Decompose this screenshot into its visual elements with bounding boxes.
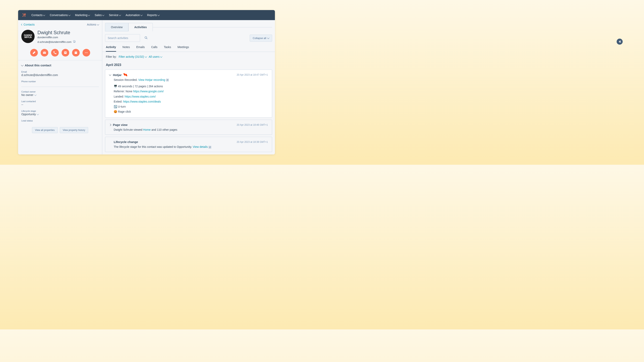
subtab-activity[interactable]: Activity (106, 45, 116, 52)
avatar: DUNDER MIFFLIN (21, 30, 34, 43)
app-body: Contacts Actions DUNDER MIFFLIN Dwight S… (18, 20, 275, 154)
referrer-link[interactable]: https://www.google.com/ (133, 90, 164, 93)
nav-contacts[interactable]: Contacts (32, 13, 45, 17)
nav-service[interactable]: Service (109, 13, 121, 17)
svg-rect-9 (43, 52, 46, 54)
card-title: Page view (113, 123, 128, 126)
month-header: April 2023 (102, 61, 275, 70)
hotjar-icon (124, 73, 127, 77)
svg-line-21 (146, 38, 147, 39)
card-details: 🖥️ 49 seconds | 72 pages | 264 actions R… (114, 84, 268, 114)
search-input[interactable] (108, 36, 143, 40)
activity-card-hotjar: Hotjar 20 Apr 2023 at 18:47 GMT+1 Sessio… (105, 70, 272, 118)
view-details-link[interactable]: View details (193, 145, 208, 148)
chevron-down-icon (160, 55, 162, 57)
card-toggle[interactable] (109, 124, 111, 126)
filter-activity-dropdown[interactable]: Filter activity (31/32) (119, 55, 147, 58)
page-home-link[interactable]: Home (143, 128, 150, 131)
card-time: 20 Apr 2023 at 18:38 GMT+1 (237, 141, 268, 143)
more-button[interactable] (82, 49, 90, 56)
svg-rect-8 (74, 40, 75, 42)
view-recording-link[interactable]: View Hotjar recording (138, 78, 165, 81)
svg-point-17 (85, 52, 86, 53)
filter-label: Filter by: (106, 55, 117, 58)
contact-info: Dwight Schrute dundermifflin.com d.schru… (38, 30, 99, 44)
collapse-all-button[interactable]: Collapse all (250, 34, 272, 42)
landed-label: Landed: (114, 95, 124, 98)
nav-marketing[interactable]: Marketing (75, 13, 90, 17)
call-button[interactable] (51, 49, 59, 56)
subtab-emails[interactable]: Emails (136, 45, 145, 52)
filter-row: Filter by: Filter activity (31/32) All u… (102, 52, 275, 61)
view-property-history-button[interactable]: View property history (60, 127, 88, 133)
chevron-down-icon (21, 64, 24, 66)
main: Overview Activities Collapse all Activit… (102, 20, 275, 154)
chevron-down-icon (145, 55, 147, 57)
chevron-down-icon (43, 14, 45, 16)
app-window: Contacts Conversations Marketing Sales S… (18, 10, 275, 154)
card-time: 20 Apr 2023 at 18:46 GMT+1 (237, 123, 268, 126)
tab-activities[interactable]: Activities (128, 23, 152, 31)
svg-point-18 (86, 52, 86, 53)
card-toggle[interactable] (109, 73, 111, 76)
contact-header: DUNDER MIFFLIN Dwight Schrute dundermiff… (18, 26, 102, 45)
svg-rect-13 (75, 52, 77, 54)
search-icon (144, 36, 148, 40)
prop-email: Email d.schrute@dundermifflin.com (21, 71, 99, 77)
hubspot-logo[interactable] (22, 13, 26, 17)
body-prefix: Dwight Schrute viewed (114, 128, 143, 131)
svg-point-2 (22, 13, 23, 14)
subtabs: Activity Notes Emails Calls Tasks Meetin… (102, 42, 275, 52)
body-suffix: and 110 other pages (151, 128, 177, 131)
chevron-left-icon (21, 23, 23, 25)
nav-automation[interactable]: Automation (126, 13, 142, 17)
referrer-label: Referrer: None (114, 90, 132, 93)
card-title: Lifecycle change (114, 140, 138, 144)
prop-last-contacted: Last contacted -- (21, 100, 99, 106)
sidebar-header: Contacts Actions (18, 20, 102, 26)
nav-conversations[interactable]: Conversations (50, 13, 70, 17)
nav-reports[interactable]: Reports (147, 13, 160, 17)
about-toggle[interactable]: About this contact (21, 63, 99, 67)
rage-line: 😡 Rage click (114, 109, 268, 114)
topbar: Contacts Conversations Marketing Sales S… (18, 10, 275, 20)
svg-rect-11 (64, 52, 66, 52)
prop-lifecycle[interactable]: Lifecycle stage Opportunity (21, 110, 99, 116)
svg-point-20 (145, 36, 147, 38)
email-button[interactable] (41, 49, 48, 56)
toolbar: Collapse all (102, 31, 275, 42)
log-button[interactable] (62, 49, 69, 56)
subtab-tasks[interactable]: Tasks (164, 45, 171, 52)
uturn-line: ↩️ U-turn (114, 104, 268, 109)
activity-cards: Hotjar 20 Apr 2023 at 18:47 GMT+1 Sessio… (102, 70, 275, 152)
card-subtitle-text: Session Recorded. (114, 78, 138, 81)
chevron-down-icon (68, 14, 70, 16)
search-box[interactable] (105, 34, 140, 42)
svg-point-0 (24, 14, 26, 15)
task-button[interactable] (72, 49, 80, 56)
copy-icon[interactable] (73, 40, 76, 44)
subtab-meetings[interactable]: Meetings (178, 45, 189, 52)
subtab-calls[interactable]: Calls (151, 45, 158, 52)
exited-label: Exited: (114, 100, 122, 103)
contact-domain: dundermifflin.com (38, 36, 99, 39)
actions-menu[interactable]: Actions (87, 23, 99, 26)
prop-lead-status: Lead status (21, 119, 99, 122)
chevron-down-icon (37, 113, 39, 115)
chevron-down-icon (119, 14, 121, 16)
view-all-properties-button[interactable]: View all properties (32, 127, 58, 133)
prop-owner[interactable]: Contact owner No owner (21, 90, 99, 96)
subtab-notes[interactable]: Notes (122, 45, 130, 52)
exited-link[interactable]: https://www.staples.com/deals (123, 100, 161, 103)
chevron-down-icon (140, 14, 142, 16)
breadcrumb-contacts[interactable]: Contacts (21, 23, 34, 26)
tab-overview[interactable]: Overview (105, 23, 128, 31)
filter-users-dropdown[interactable]: All users (149, 55, 162, 58)
chevron-down-icon (34, 93, 36, 96)
landed-link[interactable]: https://www.staples.com/ (125, 95, 156, 98)
nav-sales[interactable]: Sales (94, 13, 104, 17)
action-buttons (18, 45, 102, 60)
svg-point-1 (22, 16, 23, 17)
note-button[interactable] (30, 49, 38, 56)
contact-email: d.schrute@dundermifflin.com (38, 40, 72, 43)
